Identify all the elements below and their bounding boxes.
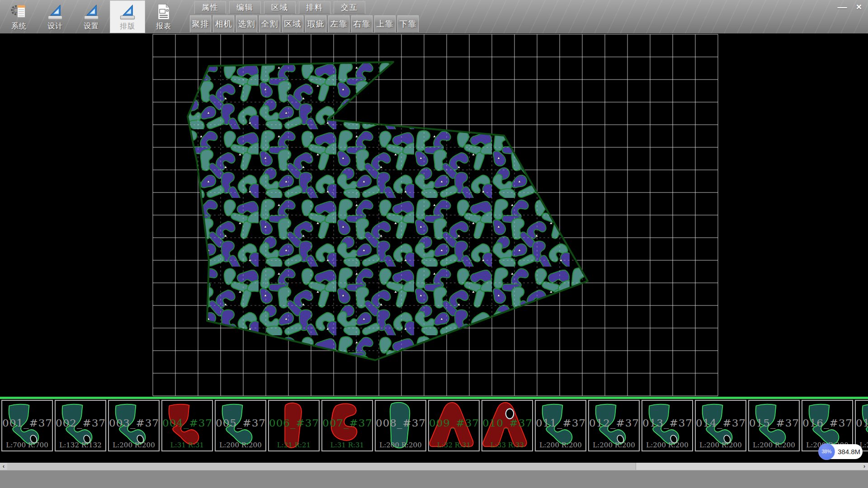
piece-thumbnail-017_#37[interactable]: 017_#37L:200 R:200 xyxy=(855,400,868,451)
status-bar xyxy=(0,470,868,488)
piece-thumbnail-008_#37[interactable]: 008_#37L:200 R:200 xyxy=(375,400,426,451)
piece-thumbnail-003_#37[interactable]: 003_#37L:200 R:200 xyxy=(108,400,160,451)
leather-hide-outline[interactable] xyxy=(188,62,588,360)
progress-percent-badge: 38% xyxy=(818,443,835,460)
gear-doc-icon xyxy=(10,3,28,20)
piece-thumbnail-002_#37[interactable]: 002_#37L:132 R:132 xyxy=(55,400,106,451)
piece-id-label: 017_#37 xyxy=(856,417,868,429)
piece-id-label: 002_#37 xyxy=(56,417,105,429)
menu-region[interactable]: 区域 xyxy=(264,1,296,14)
piece-thumbnail-007_#37[interactable]: 007_#37L:31 R:31 xyxy=(321,400,373,451)
piece-thumbnail-013_#37[interactable]: 013_#37L:200 R:200 xyxy=(642,400,693,451)
piece-size-label: L:21 R:21 xyxy=(269,441,319,449)
set-square-icon xyxy=(47,3,64,20)
piece-size-label: L:132 R:132 xyxy=(56,441,105,449)
horizontal-scrollbar[interactable]: ‹ › xyxy=(0,463,868,470)
piece-id-label: 013_#37 xyxy=(642,417,692,429)
piece-id-label: 016_#37 xyxy=(802,417,852,429)
tool-snap-top[interactable]: 上靠 xyxy=(374,15,396,33)
piece-id-label: 012_#37 xyxy=(589,417,639,429)
menu-interactive[interactable]: 交互 xyxy=(334,1,365,14)
piece-size-label: L:31 R:31 xyxy=(322,441,372,449)
piece-size-label: L:200 R:200 xyxy=(109,441,159,449)
tool-cluster-nest[interactable]: 聚排 xyxy=(190,15,211,33)
toolbar-button-report[interactable]: 报表 xyxy=(146,0,181,33)
piece-size-label: L:33 R:33 xyxy=(482,441,532,449)
piece-size-label: L:200 R:200 xyxy=(642,441,692,449)
scrollbar-thumb[interactable] xyxy=(7,463,636,470)
piece-thumbnail-005_#37[interactable]: 005_#37L:200 R:200 xyxy=(215,400,266,451)
piece-id-label: 015_#37 xyxy=(749,417,799,429)
toolbar-button-label: 设置 xyxy=(84,22,99,31)
memory-usage-badge: 38% 384.8M xyxy=(819,444,863,459)
piece-thumbnail-strip: 001_#37L:700 R:700002_#37L:132 R:132003_… xyxy=(0,397,868,461)
tool-defect[interactable]: 瑕疵 xyxy=(305,15,326,33)
toolbar-button-setup[interactable]: 设置 xyxy=(74,0,109,33)
toolbar-button-label: 报表 xyxy=(156,22,171,31)
piece-size-label: L:700 R:700 xyxy=(2,441,52,449)
piece-thumbnail-012_#37[interactable]: 012_#37L:200 R:200 xyxy=(588,400,640,451)
piece-size-label: L:32 R:31 xyxy=(429,441,479,449)
toolbar-button-system[interactable]: 系统 xyxy=(1,0,37,33)
toolbar-button-design[interactable]: 设计 xyxy=(38,0,73,33)
nesting-canvas[interactable] xyxy=(0,33,868,397)
tool-camera[interactable]: 相机 xyxy=(213,15,234,33)
set-square-icon xyxy=(83,3,100,20)
toolbar-button-label: 系统 xyxy=(11,22,27,31)
piece-size-label: L:200 R:200 xyxy=(376,441,425,449)
piece-id-label: 010_#37 xyxy=(482,417,532,429)
piece-id-label: 005_#37 xyxy=(216,417,265,429)
piece-size-label: L:200 R:200 xyxy=(696,441,745,449)
tool-snap-right[interactable]: 右靠 xyxy=(351,15,373,33)
piece-id-label: 001_#37 xyxy=(2,417,52,429)
tool-snap-bottom[interactable]: 下靠 xyxy=(397,15,419,33)
piece-size-label: L:200 R:200 xyxy=(536,441,585,449)
piece-size-label: L:200 R:200 xyxy=(216,441,265,449)
piece-id-label: 014_#37 xyxy=(696,417,745,429)
menu-property[interactable]: 属性 xyxy=(194,1,226,14)
piece-thumbnail-006_#37[interactable]: 006_#37L:21 R:21 xyxy=(268,400,320,451)
toolbar-button-label: 设计 xyxy=(47,22,63,31)
scroll-left-arrow-icon[interactable]: ‹ xyxy=(0,463,7,470)
piece-id-label: 009_#37 xyxy=(429,417,479,429)
memory-value: 384.8M xyxy=(837,444,861,459)
set-square-icon xyxy=(119,3,136,20)
tool-cut-all[interactable]: 全割 xyxy=(259,15,280,33)
piece-id-label: 004_#37 xyxy=(162,417,212,429)
menu-nest[interactable]: 排料 xyxy=(299,1,330,14)
tool-zone[interactable]: 区域 xyxy=(282,15,303,33)
piece-thumbnail-014_#37[interactable]: 014_#37L:200 R:200 xyxy=(695,400,746,451)
piece-id-label: 008_#37 xyxy=(376,417,425,429)
piece-id-label: 006_#37 xyxy=(269,417,319,429)
tool-select-cut[interactable]: 选割 xyxy=(236,15,257,33)
close-button[interactable]: × xyxy=(851,1,867,13)
toolbar-button-nesting[interactable]: 排版 xyxy=(110,0,145,33)
piece-id-label: 007_#37 xyxy=(322,417,372,429)
piece-size-label: L:200 R:200 xyxy=(589,441,639,449)
piece-thumbnail-010_#37[interactable]: 010_#37L:33 R:33 xyxy=(481,400,533,451)
toolbar-button-label: 排版 xyxy=(120,22,135,31)
tool-snap-left[interactable]: 左靠 xyxy=(328,15,349,33)
piece-thumbnail-009_#37[interactable]: 009_#37L:32 R:31 xyxy=(428,400,480,451)
piece-size-label: L:31 R:31 xyxy=(162,441,212,449)
piece-thumbnail-001_#37[interactable]: 001_#37L:700 R:700 xyxy=(1,400,53,451)
menu-edit[interactable]: 编辑 xyxy=(229,1,261,14)
piece-id-label: 003_#37 xyxy=(109,417,159,429)
piece-size-label: L:200 R:200 xyxy=(749,441,799,449)
piece-thumbnail-011_#37[interactable]: 011_#37L:200 R:200 xyxy=(535,400,586,451)
nesting-canvas-svg[interactable] xyxy=(0,33,868,397)
piece-thumbnail-015_#37[interactable]: 015_#37L:200 R:200 xyxy=(748,400,800,451)
piece-thumbnail-004_#37[interactable]: 004_#37L:31 R:31 xyxy=(161,400,213,451)
report-doc-icon xyxy=(155,3,172,20)
piece-id-label: 011_#37 xyxy=(536,417,585,429)
top-toolbar: 系统设计设置排版报表 属性编辑区域排料交互 聚排相机选割全割区域瑕疵左靠右靠上靠… xyxy=(0,0,868,33)
minimize-button[interactable]: — xyxy=(835,1,850,13)
scroll-right-arrow-icon[interactable]: › xyxy=(861,463,868,470)
